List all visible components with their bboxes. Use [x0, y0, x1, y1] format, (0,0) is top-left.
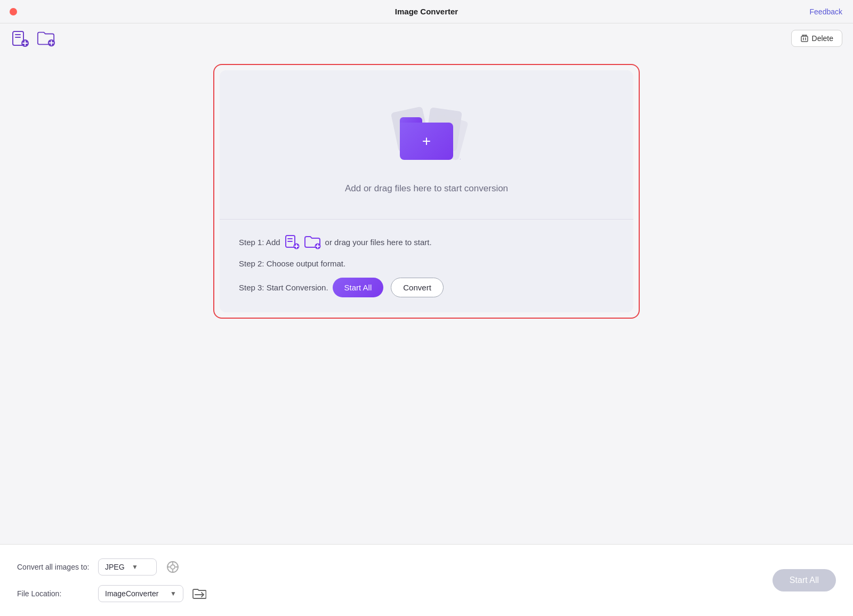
- step3-prefix: Step 3: Start Conversion.: [239, 283, 328, 292]
- start-all-bottom-button[interactable]: Start All: [772, 569, 836, 591]
- format-select-wrapper[interactable]: JPEG PNG WEBP BMP TIFF GIF ▼: [98, 558, 157, 576]
- step2-row: Step 2: Choose output format.: [239, 259, 614, 268]
- location-select-wrapper[interactable]: ImageConverter ▼: [98, 585, 183, 602]
- toolbar-right: Delete: [791, 30, 842, 47]
- folder-illustration: ✦ · ✦ +: [384, 107, 469, 171]
- settings-icon: [165, 560, 180, 574]
- open-folder-button[interactable]: [190, 584, 209, 603]
- delete-button[interactable]: Delete: [791, 30, 842, 47]
- step3-row: Step 3: Start Conversion. Start All Conv…: [239, 278, 614, 297]
- steps-area: Step 1: Add: [220, 220, 633, 312]
- dropzone-inner: ✦ · ✦ + Add or drag files here to start …: [220, 70, 633, 312]
- format-label: Convert all images to:: [17, 563, 92, 571]
- location-value: ImageConverter: [105, 589, 158, 598]
- bottom-right: Start All: [772, 569, 836, 591]
- svg-point-25: [171, 565, 175, 569]
- folder-main: +: [400, 117, 453, 160]
- settings-button[interactable]: [163, 557, 182, 577]
- trash-icon: [800, 34, 809, 43]
- step1-prefix: Step 1: Add: [239, 238, 280, 247]
- step1-add-folder-icon[interactable]: [304, 234, 321, 249]
- titlebar: Image Converter Feedback: [0, 0, 853, 23]
- close-button[interactable]: [10, 8, 17, 15]
- add-file-button[interactable]: [11, 29, 30, 48]
- step1-add-file-icon[interactable]: [285, 234, 300, 249]
- feedback-link[interactable]: Feedback: [810, 7, 842, 16]
- convert-button[interactable]: Convert: [391, 278, 444, 297]
- add-folder-button[interactable]: [36, 29, 55, 48]
- folder-body: +: [400, 123, 453, 160]
- step1-row: Step 1: Add: [239, 234, 614, 249]
- bottom-bar: Convert all images to: JPEG PNG WEBP BMP…: [0, 544, 853, 616]
- format-row: Convert all images to: JPEG PNG WEBP BMP…: [17, 557, 772, 577]
- upload-text: Add or drag files here to start conversi…: [345, 183, 508, 194]
- start-all-bottom-label: Start All: [790, 576, 819, 585]
- toolbar: Delete: [0, 23, 853, 53]
- chevron-down-icon: ▼: [132, 563, 138, 571]
- bottom-left: Convert all images to: JPEG PNG WEBP BMP…: [17, 557, 772, 603]
- location-row: File Location: ImageConverter ▼: [17, 584, 772, 603]
- location-label: File Location:: [17, 589, 92, 598]
- chevron-down-icon-2: ▼: [170, 590, 176, 597]
- upload-area[interactable]: ✦ · ✦ + Add or drag files here to start …: [220, 70, 633, 220]
- delete-label: Delete: [812, 34, 833, 43]
- svg-rect-9: [801, 36, 808, 42]
- format-select[interactable]: JPEG PNG WEBP BMP TIFF GIF: [105, 563, 130, 571]
- dropzone-outer[interactable]: ✦ · ✦ + Add or drag files here to start …: [213, 64, 640, 319]
- sparkle-icon-2: ·: [460, 155, 461, 163]
- folder-plus-icon: +: [422, 134, 431, 149]
- start-all-button[interactable]: Start All: [333, 278, 384, 297]
- open-folder-icon: [192, 588, 206, 599]
- step2-text: Step 2: Choose output format.: [239, 259, 345, 268]
- step1-suffix: or drag your files here to start.: [325, 238, 432, 247]
- app-title: Image Converter: [395, 7, 458, 16]
- main-content: ✦ · ✦ + Add or drag files here to start …: [0, 53, 853, 329]
